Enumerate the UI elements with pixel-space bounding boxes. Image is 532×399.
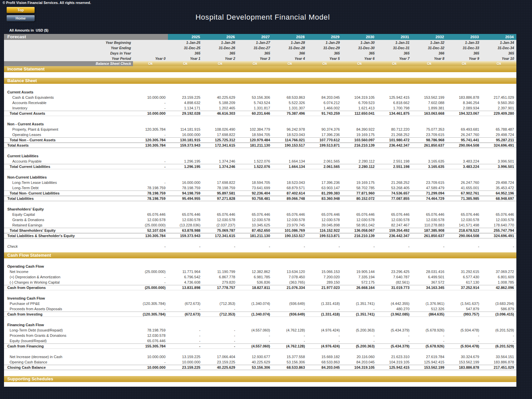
balance-sheet-check-row: Balance Sheet Check OkOkOkOkOkOkOkOkOkOk… (4, 61, 516, 66)
value-cell: 190.153.517 (272, 233, 307, 238)
value-cell: - (133, 159, 168, 164)
row-label: Purchase of PP&E (4, 301, 133, 306)
table-row: Non-Current Liabilities (4, 175, 516, 180)
value-cell: 58.951.042 (342, 222, 377, 228)
value-cell: 6.818.662 (377, 100, 412, 105)
value-cell: 20.116.060 (342, 354, 377, 359)
value-cell: 19.905.144 (342, 269, 377, 274)
year-column-header: 2030 (342, 34, 377, 40)
value-cell: 5.743.524 (237, 100, 272, 105)
year-column-header: 2029 (307, 34, 342, 40)
value-cell: 13.159.225 (168, 354, 203, 359)
value-cell: 12.030.578 (377, 217, 412, 222)
value-cell: 98.786.968 (412, 138, 447, 142)
value-cell: 81.299.383 (307, 191, 342, 196)
value-cell: 65.076.446 (447, 212, 481, 217)
value-cell: (5.678.926) (412, 328, 447, 333)
value-cell: 194.323.067 (447, 111, 481, 116)
value-cell: (5.934.478) (447, 328, 481, 333)
value-cell: - (307, 338, 342, 343)
value-cell: 40.225.629 (203, 95, 238, 100)
table-row: Operating Cash Flow (4, 264, 516, 269)
value-cell: 28.031.416 (412, 269, 447, 274)
value-cell: 114.181.915 (168, 127, 203, 132)
value-cell: (1.340.074) (237, 312, 272, 317)
row-label: Total Current Assets (4, 111, 133, 116)
value-cell: - (307, 306, 342, 312)
value-cell: 67.902.761 (447, 191, 481, 196)
meta-cell: 31-Dec-29 (307, 45, 342, 51)
value-cell: 91.743.259 (307, 111, 342, 116)
value-cell: 130.305.784 (133, 143, 168, 148)
value-cell: - (342, 244, 377, 249)
meta-cell: Year 6 (342, 56, 377, 61)
value-cell: - (133, 164, 168, 169)
meta-cell: 365 (168, 51, 203, 56)
value-cell: 90.374.376 (307, 127, 342, 132)
value-cell: 35.453.472 (481, 185, 516, 191)
row-label: Total Assets (4, 143, 133, 148)
value-cell: (120.305.784) (133, 312, 168, 317)
value-cell: 17.396.236 (307, 132, 342, 137)
value-cell: 21.076.334 (272, 285, 307, 290)
value-cell: 1.008.785 (481, 280, 516, 285)
table-row: Net Increase (decrease) in Cash10.000.00… (4, 354, 516, 359)
value-cell: 23.159.225 (168, 95, 203, 100)
value-cell: 84.203.045 (307, 95, 342, 100)
value-cell: 12.030.578 (272, 217, 307, 222)
value-cell: 23.979.745 (272, 222, 307, 228)
row-label: Operating Leases (4, 132, 133, 137)
table-row: Accounts Payable-1.296.1951.374.2461.522… (4, 159, 516, 164)
meta-row: Year PeriodYear 0Year 1Year 2Year 3Year … (4, 56, 516, 61)
section-bar: Supporting Schedules (4, 376, 516, 382)
value-cell: 42.862.096 (481, 285, 516, 290)
value-cell: 110.278.883 (412, 222, 447, 228)
page-title: Hospital Development Financial Model (0, 13, 525, 22)
value-cell: 23.709.615 (412, 180, 447, 185)
meta-row-label: Year Ending (4, 45, 133, 51)
check-status-cell: Ok (237, 61, 272, 66)
value-cell: 10.000.000 (168, 359, 203, 365)
meta-cell: 31-Dec-27 (237, 45, 272, 51)
balance-sheet-check-label: Balance Sheet Check (4, 61, 133, 66)
value-cell: 190.153.517 (272, 143, 307, 148)
value-cell: 21.268.252 (377, 132, 412, 137)
top-button[interactable]: Top (7, 7, 35, 13)
amounts-note: All Amounts in USD ($) (9, 28, 48, 32)
spacer-row (4, 72, 516, 78)
table-row: Closing Cash Balance10.000.00023.159.225… (4, 365, 516, 370)
value-cell: 7.602.088 (412, 100, 447, 105)
check-status-cell: Ok (203, 61, 238, 66)
value-cell: 2.551.198 (377, 159, 412, 164)
meta-cell: 31-Dec-34 (481, 45, 516, 51)
spacer-row (4, 349, 516, 354)
check-status-cell: Ok (272, 61, 307, 66)
value-cell: 2.061.565 (307, 159, 342, 164)
value-cell: 2.061.565 (307, 164, 342, 169)
value-cell: 17.778.757 (203, 285, 238, 290)
check-status-cell: Ok (377, 61, 412, 66)
year-column-header: 2032 (412, 34, 447, 40)
value-cell: - (237, 306, 272, 312)
value-cell: 1.374.246 (203, 159, 238, 164)
value-cell: 199.513.871 (307, 143, 342, 148)
value-cell: 172.341.615 (203, 143, 238, 148)
value-cell: 104.319.105 (342, 95, 377, 100)
table-row: Financing Cash Flow (4, 322, 516, 328)
row-label: Current Liabilities (4, 153, 133, 159)
row-label: Total Current Liabilities (4, 164, 133, 169)
row-label: Total Shareholders' Equity (4, 228, 133, 233)
value-cell: 12.030.578 (168, 217, 203, 222)
value-cell: 15.066.153 (307, 269, 342, 274)
value-cell: - (447, 333, 481, 338)
meta-cell: Year 8 (412, 56, 447, 61)
table-row: Non - Current Assets (4, 121, 516, 127)
value-cell: 65.076.446 (133, 212, 168, 217)
table-row: Retained Earnings(25.000.000)(13.228.036… (4, 222, 516, 228)
value-cell: - (168, 344, 203, 348)
value-cell: 12.930.677 (237, 354, 272, 359)
value-cell: 96.242.978 (272, 127, 307, 132)
value-cell: 3.996.501 (481, 164, 516, 169)
value-cell: 23.159.225 (168, 365, 203, 370)
value-cell: 95.287.211 (481, 138, 516, 142)
